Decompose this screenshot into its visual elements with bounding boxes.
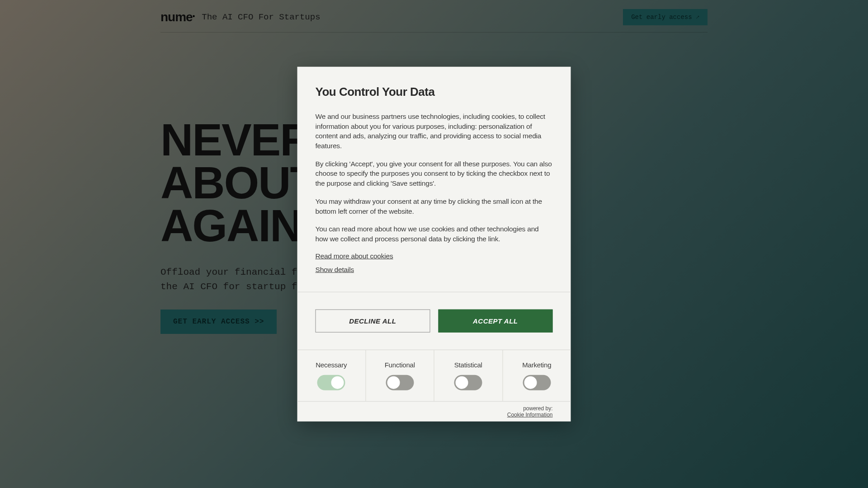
modal-actions: DECLINE ALL ACCEPT ALL bbox=[297, 291, 571, 349]
toggle-functional[interactable] bbox=[386, 375, 414, 390]
modal-paragraph-2: By clicking 'Accept', you give your cons… bbox=[316, 159, 553, 188]
modal-paragraph-4: You can read more about how we use cooki… bbox=[316, 224, 553, 244]
modal-body: You Control Your Data We and our busines… bbox=[297, 67, 571, 292]
read-more-cookies-link[interactable]: Read more about cookies bbox=[316, 252, 393, 260]
category-necessary: Necessary bbox=[297, 350, 366, 401]
toggle-knob-icon bbox=[456, 376, 468, 389]
modal-paragraph-3: You may withdraw your consent at any tim… bbox=[316, 197, 553, 216]
toggle-knob-icon bbox=[331, 376, 344, 389]
accept-all-button[interactable]: ACCEPT ALL bbox=[438, 309, 553, 332]
modal-footer: powered by: Cookie Information bbox=[297, 401, 571, 421]
category-label-functional: Functional bbox=[385, 361, 415, 368]
cookie-consent-modal: You Control Your Data We and our busines… bbox=[297, 67, 571, 422]
show-details-link[interactable]: Show details bbox=[316, 265, 354, 273]
toggle-knob-icon bbox=[387, 376, 400, 389]
powered-by-label: powered by: bbox=[523, 405, 552, 411]
cookie-categories: Necessary Functional Statistical Marketi… bbox=[297, 349, 571, 401]
toggle-necessary bbox=[317, 375, 345, 390]
modal-title: You Control Your Data bbox=[316, 85, 553, 99]
category-statistical: Statistical bbox=[434, 350, 503, 401]
modal-paragraph-1: We and our business partners use technol… bbox=[316, 112, 553, 151]
cookie-information-link[interactable]: Cookie Information bbox=[507, 411, 553, 418]
category-label-marketing: Marketing bbox=[522, 361, 551, 368]
category-functional: Functional bbox=[366, 350, 434, 401]
decline-all-button[interactable]: DECLINE ALL bbox=[316, 309, 430, 332]
toggle-statistical[interactable] bbox=[454, 375, 482, 390]
category-label-necessary: Necessary bbox=[316, 361, 347, 368]
toggle-knob-icon bbox=[524, 376, 537, 389]
category-label-statistical: Statistical bbox=[454, 361, 482, 368]
category-marketing: Marketing bbox=[503, 350, 571, 401]
toggle-marketing[interactable] bbox=[523, 375, 551, 390]
